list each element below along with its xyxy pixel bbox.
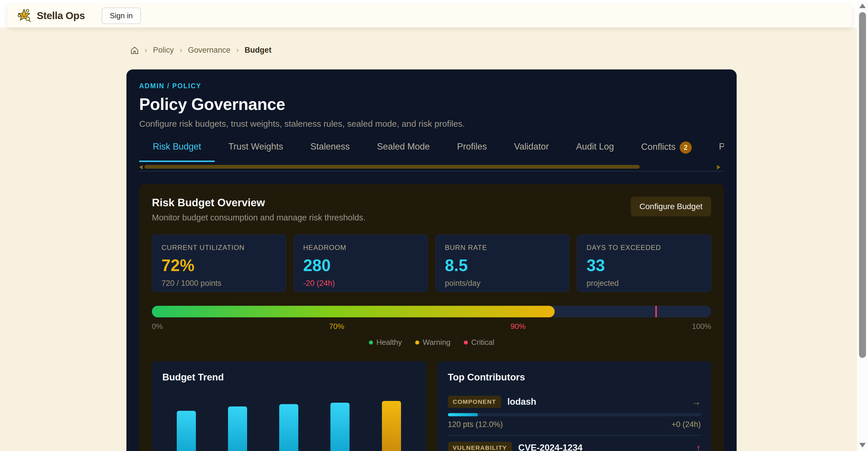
budget-trend-chart	[162, 401, 415, 451]
stat-card-current-utilization: CURRENT UTILIZATION 72% 720 / 1000 point…	[152, 235, 286, 292]
trend-bar	[331, 403, 349, 451]
stat-card-days-to-exceeded: DAYS TO EXCEEDED 33 projected	[577, 235, 711, 292]
tabs-scrollbar-thumb[interactable]	[144, 165, 640, 169]
tab-validator[interactable]: Validator	[500, 141, 562, 162]
breadcrumb-item-policy[interactable]: Policy	[153, 46, 174, 55]
stat-value: 33	[587, 256, 702, 275]
page-title: Policy Governance	[139, 95, 724, 114]
stat-sub: projected	[587, 279, 702, 288]
eyebrow-admin-policy: ADMIN / POLICY	[139, 82, 724, 90]
stat-sub: points/day	[445, 279, 560, 288]
stat-label: BURN RATE	[445, 244, 560, 252]
contribution-bar-fill	[448, 413, 478, 416]
legend-item-warning: Warning	[415, 338, 451, 347]
trend-flat-arrow-icon[interactable]: →	[691, 397, 701, 407]
stat-value: 280	[303, 256, 418, 275]
tab-risk-budget[interactable]: Risk Budget	[139, 141, 215, 162]
budget-trend-card: Budget Trend 12/1 12/8 12/15 12/22 12/29	[152, 361, 426, 451]
overview-title: Risk Budget Overview	[152, 197, 365, 209]
type-badge: VULNERABILITY	[448, 442, 512, 451]
contributor-row-lodash[interactable]: COMPONENT lodash → 120 pts (12.0%) +0 (2…	[448, 390, 701, 435]
top-contributors-title: Top Contributors	[448, 372, 701, 383]
gauge-critical-marker	[655, 306, 657, 317]
page-subtitle: Configure risk budgets, trust weights, s…	[139, 119, 724, 129]
tab-staleness[interactable]: Staleness	[297, 141, 363, 162]
warning-status-dot	[415, 341, 419, 345]
stat-card-burn-rate: BURN RATE 8.5 points/day	[435, 235, 570, 292]
scroll-right-arrow-icon[interactable]	[717, 165, 720, 169]
configure-budget-button[interactable]: Configure Budget	[631, 197, 711, 216]
scroll-left-arrow-icon[interactable]	[139, 165, 143, 169]
scroll-up-arrow-icon[interactable]	[859, 3, 866, 8]
gauge-fill	[152, 306, 555, 317]
tab-conflicts-label: Conflicts	[641, 142, 676, 152]
legend-label: Critical	[471, 338, 494, 347]
browser-vertical-scrollbar	[857, 0, 868, 451]
breadcrumb-item-budget-current: Budget	[245, 46, 271, 55]
gauge-label-70: 70%	[329, 322, 344, 331]
trend-bar-warning	[382, 401, 401, 451]
trend-bar	[177, 411, 196, 451]
breadcrumb: › Policy › Governance › Budget	[130, 46, 271, 55]
stat-label: DAYS TO EXCEEDED	[587, 244, 702, 252]
legend-item-critical: Critical	[464, 338, 494, 347]
tab-sealed-mode[interactable]: Sealed Mode	[363, 141, 443, 162]
legend-item-healthy: Healthy	[369, 338, 402, 347]
stat-sub: 720 / 1000 points	[161, 279, 277, 288]
contributor-row-cve[interactable]: VULNERABILITY CVE-2024-1234 ↑ 95 pts (9.…	[448, 435, 701, 451]
tabs-divider	[139, 171, 724, 171]
contributor-name: lodash	[507, 397, 536, 407]
trend-bar	[228, 407, 247, 451]
legend-label: Healthy	[376, 338, 402, 347]
stat-value: 72%	[161, 256, 277, 275]
tab-conflicts[interactable]: Conflicts2	[627, 141, 705, 162]
tabs-horizontal-scrollbar	[139, 164, 724, 169]
budget-trend-title: Budget Trend	[162, 372, 415, 383]
risk-budget-overview-card: Risk Budget Overview Monitor budget cons…	[139, 184, 724, 451]
stat-grid: CURRENT UTILIZATION 72% 720 / 1000 point…	[152, 235, 711, 292]
star-mascot-logo-icon	[17, 8, 32, 23]
trend-bar	[279, 404, 298, 451]
contribution-delta: +0 (24h)	[672, 420, 701, 429]
vertical-scrollbar-thumb[interactable]	[859, 12, 866, 358]
stat-label: HEADROOM	[303, 244, 418, 252]
critical-status-dot	[464, 341, 468, 345]
stat-card-headroom: HEADROOM 280 -20 (24h)	[294, 235, 428, 292]
stat-value: 8.5	[445, 256, 560, 275]
tab-strip: Risk Budget Trust Weights Staleness Seal…	[139, 141, 724, 162]
healthy-status-dot	[369, 341, 373, 345]
breadcrumb-item-governance[interactable]: Governance	[188, 46, 230, 55]
tab-profiles[interactable]: Profiles	[443, 141, 500, 162]
type-badge: COMPONENT	[448, 396, 501, 408]
legend-label: Warning	[423, 338, 451, 347]
chevron-right-icon: ›	[180, 46, 182, 55]
brand-logo-link[interactable]: Stella Ops	[17, 8, 85, 23]
stat-label: CURRENT UTILIZATION	[161, 244, 277, 252]
gauge-labels: 0% 70% 90% 100%	[152, 322, 711, 331]
contribution-bar	[448, 413, 701, 416]
stat-sub: -20 (24h)	[303, 279, 418, 288]
chevron-right-icon: ›	[236, 46, 239, 55]
contributor-name: CVE-2024-1234	[518, 443, 582, 451]
budget-utilization-gauge	[152, 306, 711, 317]
scroll-down-arrow-icon[interactable]	[859, 443, 866, 448]
top-bar: Stella Ops Sign in	[7, 4, 852, 28]
trend-up-arrow-icon[interactable]: ↑	[696, 443, 701, 451]
home-icon[interactable]	[130, 46, 139, 55]
sign-in-button[interactable]: Sign in	[101, 7, 141, 24]
gauge-legend: Healthy Warning Critical	[152, 338, 711, 347]
brand-name: Stella Ops	[37, 10, 85, 22]
top-contributors-card: Top Contributors COMPONENT lodash → 120 …	[437, 361, 711, 451]
gauge-label-0: 0%	[152, 322, 163, 331]
tab-trust-weights[interactable]: Trust Weights	[215, 141, 297, 162]
contribution-points: 120 pts (12.0%)	[448, 420, 503, 429]
gauge-label-100: 100%	[692, 322, 711, 331]
tab-clipped[interactable]: Pl	[705, 141, 724, 162]
policy-governance-panel: ADMIN / POLICY Policy Governance Configu…	[126, 69, 737, 451]
conflicts-count-badge: 2	[680, 141, 692, 154]
chevron-right-icon: ›	[145, 46, 147, 55]
tab-audit-log[interactable]: Audit Log	[562, 141, 627, 162]
overview-subtitle: Monitor budget consumption and manage ri…	[152, 213, 365, 222]
gauge-label-90: 90%	[511, 322, 526, 331]
